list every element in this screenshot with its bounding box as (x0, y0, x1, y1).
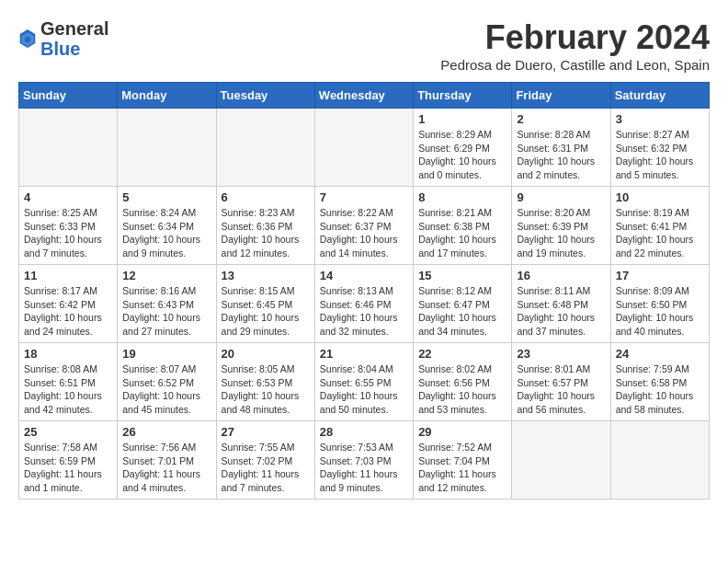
day-number: 22 (418, 347, 506, 361)
day-number: 23 (517, 347, 605, 361)
calendar-cell: 10Sunrise: 8:19 AM Sunset: 6:41 PM Dayli… (610, 187, 709, 265)
day-number: 24 (616, 347, 704, 361)
day-number: 10 (616, 190, 704, 204)
day-info: Sunrise: 7:52 AM Sunset: 7:04 PM Dayligh… (418, 441, 506, 495)
day-info: Sunrise: 7:56 AM Sunset: 7:01 PM Dayligh… (122, 441, 210, 495)
day-info: Sunrise: 8:16 AM Sunset: 6:43 PM Dayligh… (122, 284, 210, 339)
calendar-cell: 25Sunrise: 7:58 AM Sunset: 6:59 PM Dayli… (19, 421, 118, 500)
calendar-cell: 17Sunrise: 8:09 AM Sunset: 6:50 PM Dayli… (610, 265, 709, 343)
calendar-cell (610, 421, 709, 500)
day-info: Sunrise: 8:24 AM Sunset: 6:34 PM Dayligh… (122, 206, 210, 260)
day-number: 16 (517, 269, 605, 282)
day-info: Sunrise: 7:58 AM Sunset: 6:59 PM Dayligh… (24, 441, 112, 495)
day-number: 6 (222, 190, 310, 204)
calendar-cell: 12Sunrise: 8:16 AM Sunset: 6:43 PM Dayli… (118, 265, 216, 343)
day-info: Sunrise: 8:09 AM Sunset: 6:50 PM Dayligh… (616, 284, 704, 339)
calendar-week-row: 1Sunrise: 8:29 AM Sunset: 6:29 PM Daylig… (19, 109, 710, 187)
day-number: 28 (320, 425, 408, 439)
weekday-header-wednesday: Wednesday (314, 83, 413, 109)
calendar-cell: 7Sunrise: 8:22 AM Sunset: 6:37 PM Daylig… (314, 187, 413, 265)
calendar-week-row: 4Sunrise: 8:25 AM Sunset: 6:33 PM Daylig… (19, 187, 710, 265)
day-number: 9 (517, 190, 605, 204)
day-number: 14 (320, 269, 408, 282)
calendar-header-row: SundayMondayTuesdayWednesdayThursdayFrid… (19, 83, 710, 109)
day-info: Sunrise: 7:53 AM Sunset: 7:03 PM Dayligh… (320, 441, 408, 495)
day-info: Sunrise: 8:21 AM Sunset: 6:38 PM Dayligh… (418, 206, 506, 260)
calendar-cell: 19Sunrise: 8:07 AM Sunset: 6:52 PM Dayli… (118, 343, 216, 421)
logo-text: General Blue (40, 18, 108, 59)
calendar-cell: 6Sunrise: 8:23 AM Sunset: 6:36 PM Daylig… (216, 187, 314, 265)
calendar-cell (118, 109, 216, 187)
day-number: 2 (517, 112, 605, 126)
calendar-cell: 22Sunrise: 8:02 AM Sunset: 6:56 PM Dayli… (414, 343, 512, 421)
calendar-cell (216, 109, 314, 187)
day-number: 18 (24, 347, 112, 361)
logo-icon (18, 28, 37, 50)
day-number: 3 (616, 112, 704, 126)
day-number: 5 (122, 190, 210, 204)
calendar-cell (19, 109, 118, 187)
day-number: 8 (418, 190, 506, 204)
day-number: 7 (320, 190, 408, 204)
calendar-cell: 13Sunrise: 8:15 AM Sunset: 6:45 PM Dayli… (216, 265, 314, 343)
weekday-header-monday: Monday (118, 83, 216, 109)
day-number: 20 (222, 347, 310, 361)
day-number: 25 (24, 425, 112, 439)
calendar-cell: 16Sunrise: 8:11 AM Sunset: 6:48 PM Dayli… (512, 265, 610, 343)
day-number: 29 (418, 425, 506, 439)
day-number: 19 (122, 347, 210, 361)
calendar-cell: 29Sunrise: 7:52 AM Sunset: 7:04 PM Dayli… (414, 421, 512, 500)
day-number: 13 (222, 269, 310, 282)
day-number: 4 (24, 190, 112, 204)
day-info: Sunrise: 8:27 AM Sunset: 6:32 PM Dayligh… (616, 128, 704, 182)
calendar-cell: 15Sunrise: 8:12 AM Sunset: 6:47 PM Dayli… (414, 265, 512, 343)
day-info: Sunrise: 8:07 AM Sunset: 6:52 PM Dayligh… (122, 362, 210, 417)
calendar-cell: 3Sunrise: 8:27 AM Sunset: 6:32 PM Daylig… (610, 109, 709, 187)
header: General Blue February 2024 Pedrosa de Du… (18, 18, 710, 73)
calendar-cell: 18Sunrise: 8:08 AM Sunset: 6:51 PM Dayli… (19, 343, 118, 421)
day-number: 17 (616, 269, 704, 282)
logo: General Blue (18, 18, 108, 59)
calendar-week-row: 25Sunrise: 7:58 AM Sunset: 6:59 PM Dayli… (19, 421, 710, 500)
calendar-cell: 4Sunrise: 8:25 AM Sunset: 6:33 PM Daylig… (19, 187, 118, 265)
calendar-cell: 8Sunrise: 8:21 AM Sunset: 6:38 PM Daylig… (414, 187, 512, 265)
day-info: Sunrise: 8:28 AM Sunset: 6:31 PM Dayligh… (517, 128, 605, 182)
location-title: Pedrosa de Duero, Castille and Leon, Spa… (440, 57, 710, 73)
calendar-cell: 24Sunrise: 7:59 AM Sunset: 6:58 PM Dayli… (610, 343, 709, 421)
day-info: Sunrise: 8:25 AM Sunset: 6:33 PM Dayligh… (24, 206, 112, 260)
weekday-header-tuesday: Tuesday (216, 83, 314, 109)
day-info: Sunrise: 8:13 AM Sunset: 6:46 PM Dayligh… (320, 284, 408, 339)
calendar-cell (314, 109, 413, 187)
calendar-cell: 1Sunrise: 8:29 AM Sunset: 6:29 PM Daylig… (414, 109, 512, 187)
calendar-cell: 14Sunrise: 8:13 AM Sunset: 6:46 PM Dayli… (314, 265, 413, 343)
day-info: Sunrise: 8:01 AM Sunset: 6:57 PM Dayligh… (517, 362, 605, 417)
day-number: 12 (122, 269, 210, 282)
day-info: Sunrise: 8:19 AM Sunset: 6:41 PM Dayligh… (616, 206, 704, 260)
day-info: Sunrise: 8:08 AM Sunset: 6:51 PM Dayligh… (24, 362, 112, 417)
calendar-table: SundayMondayTuesdayWednesdayThursdayFrid… (18, 82, 710, 500)
day-info: Sunrise: 8:04 AM Sunset: 6:55 PM Dayligh… (320, 362, 408, 417)
day-info: Sunrise: 8:29 AM Sunset: 6:29 PM Dayligh… (418, 128, 506, 182)
calendar-week-row: 11Sunrise: 8:17 AM Sunset: 6:42 PM Dayli… (19, 265, 710, 343)
day-number: 15 (418, 269, 506, 282)
day-number: 1 (418, 112, 506, 126)
month-title: February 2024 (440, 18, 710, 57)
calendar-cell: 2Sunrise: 8:28 AM Sunset: 6:31 PM Daylig… (512, 109, 610, 187)
calendar-cell: 27Sunrise: 7:55 AM Sunset: 7:02 PM Dayli… (216, 421, 314, 500)
day-number: 21 (320, 347, 408, 361)
calendar-cell: 28Sunrise: 7:53 AM Sunset: 7:03 PM Dayli… (314, 421, 413, 500)
day-info: Sunrise: 8:20 AM Sunset: 6:39 PM Dayligh… (517, 206, 605, 260)
calendar-cell: 9Sunrise: 8:20 AM Sunset: 6:39 PM Daylig… (512, 187, 610, 265)
day-info: Sunrise: 8:02 AM Sunset: 6:56 PM Dayligh… (418, 362, 506, 417)
day-info: Sunrise: 7:55 AM Sunset: 7:02 PM Dayligh… (222, 441, 310, 495)
calendar-week-row: 18Sunrise: 8:08 AM Sunset: 6:51 PM Dayli… (19, 343, 710, 421)
day-info: Sunrise: 8:22 AM Sunset: 6:37 PM Dayligh… (320, 206, 408, 260)
day-number: 27 (222, 425, 310, 439)
calendar-cell: 5Sunrise: 8:24 AM Sunset: 6:34 PM Daylig… (118, 187, 216, 265)
day-info: Sunrise: 8:23 AM Sunset: 6:36 PM Dayligh… (222, 206, 310, 260)
weekday-header-thursday: Thursday (414, 83, 512, 109)
day-number: 26 (122, 425, 210, 439)
weekday-header-sunday: Sunday (19, 83, 118, 109)
day-info: Sunrise: 8:12 AM Sunset: 6:47 PM Dayligh… (418, 284, 506, 339)
day-info: Sunrise: 8:05 AM Sunset: 6:53 PM Dayligh… (222, 362, 310, 417)
